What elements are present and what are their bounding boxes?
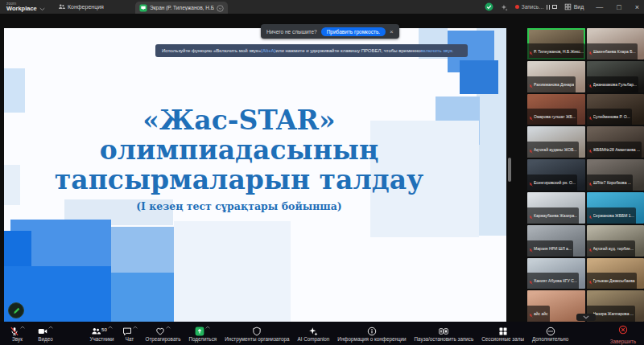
- increase-volume-button[interactable]: Прибавить громкость.: [321, 27, 386, 36]
- share-scrollbar[interactable]: [508, 158, 511, 182]
- gallery-next-page-button[interactable]: [576, 314, 596, 321]
- participant-name: Каржаубаева Жазира...: [534, 213, 577, 218]
- chevron-up-icon[interactable]: [166, 325, 171, 329]
- ai-companion-button[interactable]: AI Companion: [295, 325, 331, 342]
- mic-muted-icon: [588, 109, 592, 124]
- view-label: Вид: [574, 4, 584, 10]
- maximize-button[interactable]: □: [617, 3, 621, 11]
- zoom-meeting-window: zoom Workplace Конференция Экран (Р. Тил…: [0, 0, 644, 345]
- participant-name: Назира Жаппарова ...: [593, 311, 634, 316]
- view-button[interactable]: Вид: [564, 3, 584, 11]
- participant-name: Сержанова ЖББМ 1...: [593, 213, 634, 218]
- audio-button[interactable]: Звук: [8, 325, 27, 342]
- participant-tile[interactable]: Рахимжанова Динара: [527, 61, 585, 92]
- mic-muted-icon: [588, 77, 592, 92]
- breakout-rooms-button[interactable]: Сессионные залы: [480, 325, 526, 342]
- participant-tile[interactable]: Есенгировский рн. О...: [527, 159, 585, 191]
- participant-nameplate: Марзия НРИ ШЛ а...: [527, 240, 573, 257]
- banner-link: включить звук.: [421, 48, 454, 53]
- tab-dropdown-icon[interactable]: [217, 1, 224, 15]
- end-call-icon: [618, 323, 628, 338]
- participant-tile[interactable]: Сержанова ЖББМ 1...: [587, 192, 644, 224]
- mic-muted-icon: [529, 208, 533, 223]
- chat-button[interactable]: Чат: [121, 325, 139, 342]
- meeting-info-button[interactable]: Информация о конференции: [336, 325, 407, 342]
- participant-gallery: Р. Тилеужанов, Н.Б.Жекс... Шакенбаева Кл…: [527, 28, 644, 322]
- participant-tile[interactable]: Омарова гулшат ЖБ...: [527, 94, 585, 125]
- participant-tile[interactable]: Марзия НРИ ШЛ а...: [527, 225, 585, 257]
- participant-name: Р. Тилеужанов, Н.Б.Жекс...: [534, 49, 584, 54]
- participant-tile[interactable]: Ханият Абуова КГУ С...: [527, 258, 585, 290]
- mic-muted-icon: [529, 273, 533, 288]
- participant-nameplate: Есенгировский рн. О...: [527, 175, 577, 191]
- participant-nameplate: Ханият Абуова КГУ С...: [527, 273, 579, 289]
- participant-name: ЖББМ№28 Амантаева ...: [593, 147, 641, 152]
- participant-name: Сулейменова Р. О...: [593, 114, 630, 119]
- pause-recording-icon[interactable]: [547, 5, 551, 10]
- toolbar-item-label: Участники: [89, 336, 114, 342]
- tab-conference[interactable]: Конференция: [58, 0, 104, 14]
- toolbar-item-label: Инструменты организатора: [225, 336, 289, 342]
- participant-tile[interactable]: Ақтоғай ауданы ЖОБ...: [527, 126, 585, 158]
- participant-nameplate: Ақтоғай ауданы ЖОБ...: [527, 142, 579, 158]
- chevron-up-icon[interactable]: [108, 325, 113, 329]
- chevron-up-icon[interactable]: [133, 325, 138, 329]
- slide-title-line3: тапсырмаларын талдау: [4, 165, 474, 195]
- slide-subtitle: (І кезең тест сұрақтары бойынша): [4, 200, 474, 212]
- participant-nameplate: Омарова гулшат ЖБ...: [527, 109, 577, 125]
- screen-share-icon: [139, 1, 147, 15]
- slide-title: «Жас-STAR» олимпиадасының тапсырмаларын …: [4, 105, 474, 212]
- participants-button[interactable]: 50 Участники: [88, 325, 115, 342]
- reactions-button[interactable]: Отреагировать: [144, 325, 183, 342]
- participant-tile[interactable]: ЖББМ№28 Амантаева ...: [587, 126, 644, 158]
- toolbar-item-label: Чат: [126, 336, 134, 342]
- video-button[interactable]: Видео: [36, 325, 55, 342]
- share-button[interactable]: Поделиться: [187, 325, 218, 342]
- more-button[interactable]: Дополнительно: [530, 325, 570, 342]
- chevron-up-icon[interactable]: [205, 325, 210, 329]
- participant-tile[interactable]: Сулейменова Р. О...: [587, 94, 644, 125]
- end-meeting-button[interactable]: Завершить: [610, 323, 636, 344]
- chevron-up-icon[interactable]: [20, 325, 25, 329]
- mic-muted-icon: [529, 77, 533, 92]
- host-tools-button[interactable]: Инструменты организатора: [223, 325, 291, 342]
- close-button[interactable]: ×: [635, 3, 639, 11]
- mic-muted-icon: [588, 208, 592, 223]
- participant-nameplate: Рахимжанова Динара: [527, 76, 576, 92]
- participant-tile[interactable]: Р. Тилеужанов, Н.Б.Жекс...: [527, 28, 585, 60]
- chevron-up-icon[interactable]: [48, 325, 53, 329]
- participant-tile[interactable]: Ақтоғай ауд. тәрбие...: [587, 225, 644, 257]
- participant-tile[interactable]: Гульжан Джаксыбаева: [587, 258, 644, 290]
- mic-muted-icon: [529, 142, 533, 157]
- mic-muted-icon: [529, 306, 533, 321]
- close-icon[interactable]: ×: [390, 28, 394, 35]
- annotate-button[interactable]: [8, 302, 24, 318]
- participant-name: Есенгировский рн. О...: [534, 180, 576, 185]
- app-menu[interactable]: zoom Workplace: [0, 0, 45, 14]
- recording-indicator: Запись…: [515, 4, 557, 10]
- recording-label: Запись…: [522, 4, 544, 10]
- meeting-toolbar: Звук Видео 50 Участники Чат Отреагироват…: [0, 322, 644, 345]
- participant-tile[interactable]: Шакенбаева Клара Б...: [587, 28, 644, 60]
- participant-name: ШЛ№7 Коробкова ...: [593, 180, 631, 185]
- banner-text-2: или нажмите и удерживайте клавишу ПРОБЕЛ…: [276, 48, 421, 53]
- app-name: Workplace: [6, 6, 37, 12]
- minimize-button[interactable]: —: [596, 3, 603, 11]
- participant-tile[interactable]: ШЛ№7 Коробкова ...: [587, 159, 644, 191]
- participant-tile[interactable]: Каржаубаева Жазира...: [527, 192, 585, 224]
- participant-nameplate: Р. Тилеужанов, Н.Б.Жекс...: [527, 43, 585, 60]
- participant-tile[interactable]: Джаназакова Гульбар...: [587, 61, 644, 92]
- participant-name: Гульжан Джаксыбаева: [593, 278, 635, 283]
- stop-recording-icon[interactable]: [552, 5, 557, 10]
- toolbar-item-label: Видео: [38, 336, 52, 342]
- record-controls-button[interactable]: Пауза/остановить запись: [413, 325, 476, 342]
- mic-muted-icon: [529, 109, 533, 124]
- participant-nameplate: айс айс: [527, 306, 550, 322]
- mic-muted-icon: [529, 44, 533, 59]
- banner-text: Используйте функцию «Включить мой звук»: [162, 48, 261, 53]
- mic-muted-icon: [529, 175, 533, 190]
- participant-name: Омарова гулшат ЖБ...: [534, 114, 576, 119]
- tab-shared-screen[interactable]: Экран (Р. Тилеужанов, Н.Б.Жекс…: [135, 2, 228, 14]
- participant-nameplate: Шакенбаева Клара Б...: [587, 43, 638, 60]
- toolbar-item-label: Дополнительно: [532, 336, 568, 342]
